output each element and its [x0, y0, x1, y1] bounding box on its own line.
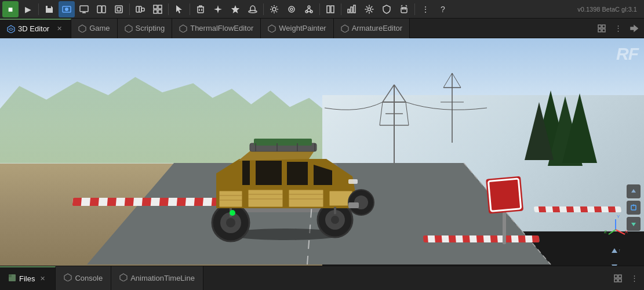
svg-line-37 — [307, 8, 309, 10]
animation-icon — [119, 273, 128, 283]
nav-arrow-up[interactable] — [627, 184, 641, 198]
svg-point-45 — [368, 8, 371, 10]
svg-point-108 — [331, 216, 339, 224]
settings-button[interactable] — [361, 1, 377, 17]
svg-rect-146 — [618, 279, 621, 282]
svg-marker-135 — [631, 189, 636, 193]
nav-arrow-down[interactable] — [627, 217, 641, 231]
bottom-tab-animation-label: AnimationTimeLine — [130, 274, 195, 282]
svg-rect-58 — [598, 25, 601, 28]
svg-text:↑: ↑ — [618, 248, 621, 252]
tab-weight-painter[interactable]: WeightPainter — [261, 19, 333, 38]
svg-marker-99 — [612, 248, 617, 253]
toolbar-separator-4 — [190, 3, 190, 15]
svg-rect-119 — [248, 190, 283, 207]
monitor-button[interactable] — [76, 1, 92, 17]
svg-rect-13 — [158, 5, 162, 9]
tab-armature-editor[interactable]: ArmatureEditor — [334, 19, 410, 38]
camera-view-button[interactable] — [59, 1, 75, 17]
svg-marker-20 — [214, 5, 222, 13]
frame2-button[interactable] — [322, 1, 339, 17]
ring-button[interactable] — [283, 1, 300, 17]
svg-rect-144 — [618, 275, 621, 278]
svg-rect-40 — [327, 6, 330, 13]
bottom-tab-files-close[interactable]: ✕ — [38, 274, 47, 284]
toolbar-separator-8 — [414, 3, 415, 15]
shield-button[interactable] — [379, 1, 395, 17]
svg-marker-16 — [176, 5, 182, 13]
version-label: v0.1398 BetaC gl:3.1 — [577, 6, 642, 13]
viewport-scene: Y X Z ↑ — [0, 38, 644, 266]
svg-line-28 — [271, 6, 272, 8]
dots-button[interactable]: ⋮ — [417, 1, 434, 17]
nav-object-icon[interactable] — [627, 201, 641, 215]
sparkle-button[interactable] — [210, 1, 226, 17]
svg-line-31 — [271, 11, 272, 12]
viewport[interactable]: Y X Z ↑ — [0, 38, 644, 266]
toolbar-separator-7 — [341, 3, 341, 15]
svg-rect-5 — [97, 6, 101, 13]
tab-thermal-flow[interactable]: ThermalFlowEditor — [172, 19, 261, 38]
bottom-tab-files[interactable]: Files ✕ — [0, 266, 56, 291]
display2-button[interactable] — [93, 1, 110, 17]
sun-button[interactable] — [266, 1, 282, 17]
link-button[interactable] — [301, 1, 317, 17]
svg-rect-120 — [289, 190, 323, 207]
tab-3d-editor-label: 3D Editor — [18, 24, 49, 33]
bottom-layout-button[interactable] — [610, 271, 625, 286]
frame-button[interactable] — [111, 1, 127, 17]
svg-rect-43 — [351, 7, 352, 13]
delete-button[interactable] — [192, 1, 209, 17]
game-tab-icon — [78, 24, 86, 32]
toolbar-separator-2 — [129, 3, 130, 15]
bottom-more-button[interactable]: ⋮ — [627, 271, 642, 286]
tab-bar-expand-button[interactable] — [627, 21, 642, 36]
tab-bar-layout-button[interactable] — [594, 21, 609, 36]
android-button[interactable] — [396, 1, 412, 17]
car-vehicle — [193, 127, 379, 243]
svg-marker-52 — [9, 28, 13, 31]
tab-scripting[interactable]: Scripting — [118, 19, 173, 38]
svg-line-49 — [401, 5, 402, 6]
top-toolbar: ■ ▶ — [0, 0, 644, 19]
hat-button[interactable] — [245, 1, 261, 17]
svg-point-47 — [402, 8, 403, 9]
toolbar-separator-3 — [168, 3, 169, 15]
svg-point-35 — [308, 6, 310, 8]
tab-weight-label: WeightPainter — [279, 24, 326, 32]
stop-button[interactable]: ■ — [2, 1, 19, 17]
tab-bar-more-button[interactable]: ⋮ — [610, 21, 625, 36]
toolbar-separator-6 — [319, 3, 320, 15]
svg-marker-54 — [125, 25, 132, 32]
svg-marker-141 — [64, 274, 71, 281]
layout-button[interactable] — [150, 1, 166, 17]
tab-game-label: Game — [89, 24, 110, 32]
svg-point-23 — [272, 8, 276, 11]
bottom-panel-end-buttons: ⋮ — [610, 271, 644, 286]
bottom-tab-animation[interactable]: AnimationTimeLine — [111, 266, 203, 291]
svg-rect-134 — [348, 202, 359, 208]
bottom-tab-console[interactable]: Console — [56, 266, 111, 291]
svg-marker-138 — [631, 223, 636, 226]
tab-game[interactable]: Game — [71, 19, 117, 38]
star-button[interactable] — [227, 1, 243, 17]
chart-button[interactable] — [344, 1, 360, 17]
svg-marker-21 — [231, 5, 239, 13]
play-button[interactable]: ▶ — [20, 1, 36, 17]
3d-editor-tab-icon — [7, 25, 15, 33]
svg-rect-6 — [102, 6, 105, 13]
svg-rect-11 — [141, 8, 144, 11]
svg-rect-8 — [117, 8, 121, 11]
gamepad-button[interactable] — [132, 1, 148, 17]
cursor-button[interactable] — [171, 1, 187, 17]
svg-line-29 — [276, 11, 278, 12]
svg-rect-60 — [598, 29, 601, 32]
svg-point-48 — [405, 8, 406, 9]
tab-3d-editor-close[interactable]: ✕ — [54, 24, 64, 34]
tab-3d-editor[interactable]: 3D Editor ✕ — [0, 19, 71, 38]
save-button[interactable] — [41, 1, 57, 17]
svg-rect-61 — [602, 29, 605, 32]
thermal-tab-icon — [179, 24, 187, 32]
help-button[interactable]: ? — [435, 1, 451, 17]
svg-line-30 — [276, 6, 278, 8]
